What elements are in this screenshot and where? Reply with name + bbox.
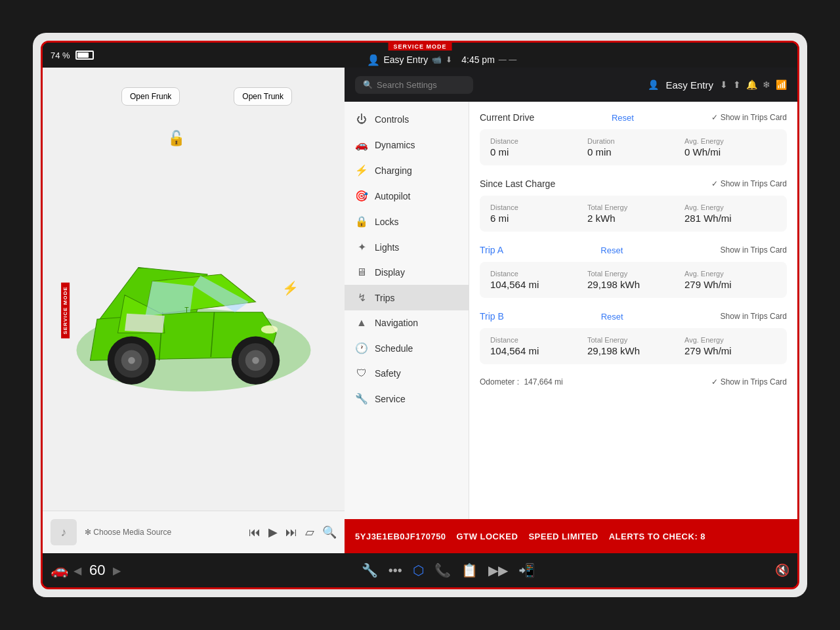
trip-b-avg-energy: Avg. Energy 279 Wh/mi [684, 336, 776, 356]
current-drive-distance: Distance 0 mi [490, 137, 582, 158]
trip-a-distance-label: Distance [490, 270, 582, 278]
easy-entry-header: Easy Entry [665, 79, 713, 91]
trip-a-stats: Distance 104,564 mi Total Energy 29,198 … [480, 262, 787, 298]
current-drive-show-label: Show in Trips Card [721, 113, 787, 122]
battery-bar [75, 51, 94, 60]
car-home-icon[interactable]: 🚗 [51, 562, 68, 579]
calendar-icon[interactable]: 📋 [461, 562, 478, 578]
trip-a-energy-label: Total Energy [587, 270, 679, 278]
volume-mute-icon[interactable]: 🔇 [775, 563, 789, 578]
odometer-show-trips[interactable]: ✓ Show in Trips Card [711, 377, 787, 387]
odometer-label: Odometer : 147,664 mi [480, 377, 563, 387]
signal-icon[interactable]: 📶 [776, 79, 787, 90]
arrow-right-icon[interactable]: ▶ [113, 564, 121, 577]
bluetooth-sys-icon[interactable]: ⬡ [413, 562, 424, 578]
sidebar-item-service[interactable]: 🔧 Service [345, 386, 469, 411]
slc-distance-label: Distance [490, 203, 582, 211]
sidebar-item-locks[interactable]: 🔒 Locks [345, 209, 469, 234]
service-mode-badge: SERVICE MODE [388, 43, 452, 51]
sidebar-item-controls[interactable]: ⏻ Controls [345, 107, 469, 132]
trip-a-section: Trip A Reset Show in Trips Card Distance… [480, 245, 787, 298]
lights-icon: ✦ [355, 241, 368, 253]
slc-avg-energy: Avg. Energy 281 Wh/mi [684, 203, 776, 224]
sidebar-item-schedule[interactable]: 🕐 Schedule [345, 335, 469, 361]
upload-icon[interactable]: ⬆ [733, 79, 741, 90]
media-bar: ♪ ✻ Choose Media Source ⏮ ▶ ⏭ ⏥ 🔍 [43, 511, 345, 553]
dynamics-label: Dynamics [375, 140, 415, 150]
since-last-charge-title: Since Last Charge [480, 178, 555, 189]
sidebar-item-dynamics[interactable]: 🚗 Dynamics [345, 132, 469, 158]
trip-a-reset[interactable]: Reset [600, 245, 623, 255]
trip-a-show-trips[interactable]: Show in Trips Card [721, 245, 787, 255]
mode-label: Easy Entry [384, 54, 429, 65]
current-drive-title: Current Drive [480, 112, 534, 123]
trip-b-title: Trip B [480, 311, 504, 322]
dots-icon[interactable]: ••• [388, 563, 402, 578]
search-media-icon[interactable]: 🔍 [322, 525, 337, 539]
battery-percent: 74 % [51, 51, 70, 60]
trip-b-distance-value: 104,564 mi [490, 345, 582, 356]
open-trunk-button[interactable]: Open Trunk [234, 87, 292, 106]
app-icon[interactable]: 📲 [518, 562, 535, 578]
trip-a-energy-value: 29,198 kWh [587, 279, 679, 290]
alert-taskbar: 5YJ3E1EB0JF170750 GTW LOCKED SPEED LIMIT… [345, 519, 797, 553]
skip-back-icon[interactable]: ⏮ [249, 526, 261, 539]
sidebar-item-safety[interactable]: 🛡 Safety [345, 361, 469, 386]
service-icon: 🔧 [355, 392, 368, 405]
right-panel: 🔍 Search Settings 👤 Easy Entry ⬇ ⬆ 🔔 ❄ 📶 [345, 68, 797, 553]
sidebar-item-trips[interactable]: ↯ Trips [345, 285, 469, 310]
status-center: 👤 Easy Entry 📹 ⬇ 4:45 pm — — [367, 54, 517, 66]
snowflake-icon[interactable]: ❄ [763, 79, 770, 90]
play-icon[interactable]: ▶ [268, 525, 278, 539]
current-drive-show-trips[interactable]: ✓ Show in Trips Card [711, 113, 787, 122]
media-sys-icon[interactable]: ▶▶ [488, 562, 508, 578]
trip-b-distance-label: Distance [490, 336, 582, 344]
bell-icon[interactable]: 🔔 [746, 79, 757, 90]
skip-forward-icon[interactable]: ⏭ [285, 526, 297, 539]
wrench-icon[interactable]: 🔧 [362, 562, 378, 578]
trip-a-distance: Distance 104,564 mi [490, 270, 582, 290]
music-note-icon: ♪ [51, 519, 77, 545]
arrow-left-icon[interactable]: ◀ [74, 564, 81, 577]
download-icon[interactable]: ⬇ [720, 79, 728, 90]
trip-b-energy-value: 29,198 kWh [587, 345, 679, 356]
status-bar: SERVICE MODE 74 % 👤 Easy Entry 📹 ⬇ 4:45 … [43, 43, 797, 68]
current-drive-reset[interactable]: Reset [612, 113, 634, 123]
since-last-charge-show-trips[interactable]: ✓ Show in Trips Card [711, 179, 787, 188]
slc-energy: Total Energy 2 kWh [587, 203, 679, 224]
slc-avg-energy-label: Avg. Energy [684, 203, 776, 211]
since-last-charge-section: Since Last Charge ✓ Show in Trips Card D… [480, 178, 787, 232]
sidebar-item-display[interactable]: 🖥 Display [345, 260, 469, 285]
navigation-icon: ▲ [355, 317, 368, 329]
current-drive-energy-value: 0 Wh/mi [684, 146, 776, 158]
autopilot-label: Autopilot [375, 191, 410, 201]
alerts-text: ALERTS TO CHECK: 8 [609, 532, 705, 541]
vin-text: 5YJ3E1EB0JF170750 [355, 532, 446, 541]
sidebar-item-navigation[interactable]: ▲ Navigation [345, 310, 469, 335]
trip-b-show-trips[interactable]: Show in Trips Card [721, 312, 787, 321]
equalizer-icon[interactable]: ⏥ [305, 525, 314, 539]
since-last-charge-header: Since Last Charge ✓ Show in Trips Card [480, 178, 787, 189]
trip-b-reset[interactable]: Reset [601, 312, 623, 322]
trip-a-show-label: Show in Trips Card [721, 245, 787, 255]
phone-icon[interactable]: 📞 [434, 562, 451, 578]
trip-b-avg-energy-label: Avg. Energy [684, 336, 776, 344]
trip-a-avg-energy: Avg. Energy 279 Wh/mi [684, 270, 776, 290]
open-frunk-button[interactable]: Open Frunk [121, 87, 180, 106]
sidebar-item-autopilot[interactable]: 🎯 Autopilot [345, 183, 469, 209]
screen-inner: SERVICE MODE 74 % 👤 Easy Entry 📹 ⬇ 4:45 … [41, 41, 799, 589]
trips-content: Current Drive Reset ✓ Show in Trips Card… [469, 102, 797, 519]
media-source-text[interactable]: ✻ Choose Media Source [85, 528, 241, 537]
sidebar-item-lights[interactable]: ✦ Lights [345, 234, 469, 260]
safety-icon: 🛡 [355, 368, 368, 379]
header-icons: ⬇ ⬆ 🔔 ❄ 📶 [720, 79, 787, 90]
search-placeholder-text: Search Settings [377, 80, 437, 90]
car-area: Open Frunk Open Trunk 🔓 ⚡ [43, 68, 345, 511]
current-drive-distance-value: 0 mi [490, 146, 582, 158]
search-box[interactable]: 🔍 Search Settings [355, 76, 473, 94]
controls-icon: ⏻ [355, 114, 368, 125]
sidebar-item-charging[interactable]: ⚡ Charging [345, 158, 469, 183]
current-drive-checkmark: ✓ [711, 113, 718, 122]
since-last-charge-checkmark: ✓ [711, 179, 718, 188]
trip-b-avg-energy-value: 279 Wh/mi [684, 345, 776, 356]
